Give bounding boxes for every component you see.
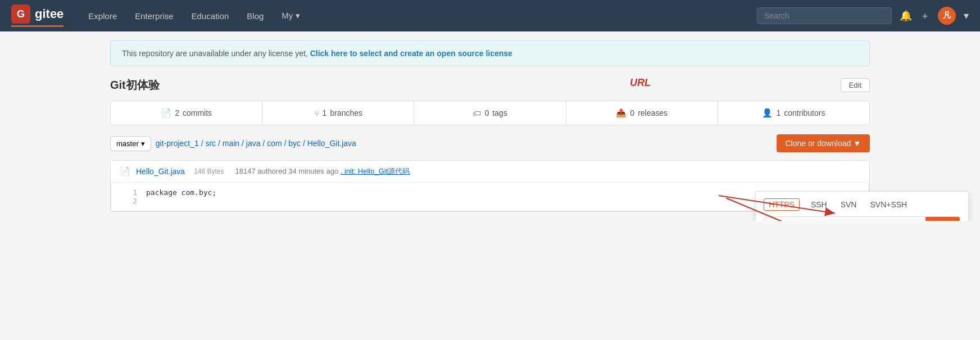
avatar[interactable]: 凡: [938, 7, 956, 25]
clone-tab-https[interactable]: HTTPS: [764, 198, 800, 211]
navbar-right: 🔔 ＋ 凡 ▾: [757, 7, 969, 25]
clone-tab-svnssh[interactable]: SVN+SSH: [868, 199, 909, 210]
main-nav: Explore Enterprise Education Blog My ▾: [80, 6, 307, 25]
line-code-1: package com.byc;: [146, 188, 216, 197]
branches-icon: ⑂: [314, 108, 319, 118]
copy-button[interactable]: Copy: [925, 217, 960, 221]
contributors-icon: 👤: [762, 108, 773, 118]
clone-or-download-button[interactable]: Clone or download ▼: [777, 134, 870, 152]
logo-icon: G: [11, 4, 30, 24]
commit-info: 18147 authored 34 minutes ago . init: He…: [235, 166, 410, 176]
repo-header: Git初体验 Edit: [110, 78, 870, 93]
dropdown-arrow-icon[interactable]: ▾: [964, 10, 969, 22]
nav-blog[interactable]: Blog: [239, 7, 271, 25]
tags-stat[interactable]: 🏷 0 tags: [414, 101, 566, 125]
nav-education[interactable]: Education: [184, 7, 237, 25]
file-icon: 📄: [120, 166, 130, 176]
clone-tabs: HTTPS SSH SVN SVN+SSH: [764, 198, 960, 211]
logo-text: gitee: [35, 7, 63, 21]
releases-label: releases: [638, 108, 668, 117]
commits-count: 2: [175, 108, 179, 117]
breadcrumb-row: master ▾ git-project_1 / src / main / ja…: [110, 134, 870, 152]
commit-action: authored 34 minutes ago: [257, 167, 338, 175]
line-number-2: 2: [120, 197, 137, 205]
contributors-label: contributors: [784, 108, 825, 117]
branch-selector[interactable]: master ▾: [110, 136, 151, 151]
clone-tab-ssh[interactable]: SSH: [809, 199, 829, 210]
releases-stat[interactable]: 📤 0 releases: [566, 101, 718, 125]
commits-label: commits: [183, 108, 212, 117]
commits-icon: 📄: [161, 108, 171, 118]
file-row[interactable]: 📄 Hello_Git.java 146 Bytes 18147 authore…: [111, 161, 869, 183]
commits-stat[interactable]: 📄 2 commits: [111, 101, 262, 125]
contributors-count: 1: [776, 108, 781, 117]
code-line-1: 1 package com.byc;: [120, 188, 860, 197]
repo-title: Git初体验: [110, 78, 160, 93]
license-link[interactable]: Click here to select and create an open …: [310, 49, 512, 58]
file-size: 146 Bytes: [194, 167, 224, 175]
breadcrumb-left: master ▾ git-project_1 / src / main / ja…: [110, 136, 356, 151]
stats-bar: 📄 2 commits ⑂ 1 branches 🏷 0 tags 📤 0 re…: [110, 101, 870, 125]
clone-url-input[interactable]: [764, 217, 925, 221]
line-number-1: 1: [120, 188, 137, 197]
url-annotation-label: URL: [630, 77, 651, 89]
plus-icon[interactable]: ＋: [920, 9, 930, 22]
nav-my-dropdown[interactable]: My ▾: [274, 6, 307, 25]
code-line-2: 2: [120, 197, 860, 205]
clone-url-row: Copy: [764, 216, 960, 221]
tags-icon: 🏷: [473, 108, 481, 118]
navbar: G gitee Explore Enterprise Education Blo…: [0, 0, 980, 31]
branches-stat[interactable]: ⑂ 1 branches: [262, 101, 414, 125]
license-banner: This repository are unavailable under an…: [110, 40, 870, 66]
clone-panel: HTTPS SSH SVN SVN+SSH Copy ⬇ Download ZI…: [755, 191, 969, 221]
branches-label: branches: [330, 108, 362, 117]
releases-count: 0: [630, 108, 634, 117]
edit-button[interactable]: Edit: [841, 78, 870, 92]
contributors-stat[interactable]: 👤 1 contributors: [718, 101, 869, 125]
clone-tab-svn[interactable]: SVN: [838, 199, 859, 210]
nav-enterprise[interactable]: Enterprise: [127, 7, 181, 25]
chevron-down-icon: ▾: [141, 139, 145, 148]
commit-user: 18147: [235, 167, 256, 175]
releases-icon: 📤: [616, 108, 627, 118]
breadcrumb-path: git-project_1 / src / main / java / com …: [156, 139, 356, 148]
tags-label: tags: [492, 108, 507, 117]
tags-count: 0: [484, 108, 489, 117]
bell-icon[interactable]: 🔔: [900, 10, 912, 22]
commit-message[interactable]: . init: Hello_Git源代码: [341, 167, 410, 175]
file-name[interactable]: Hello_Git.java: [136, 167, 185, 176]
branches-count: 1: [323, 108, 327, 117]
search-input[interactable]: [757, 7, 892, 24]
logo-link[interactable]: G gitee: [11, 4, 63, 27]
nav-explore[interactable]: Explore: [80, 7, 125, 25]
